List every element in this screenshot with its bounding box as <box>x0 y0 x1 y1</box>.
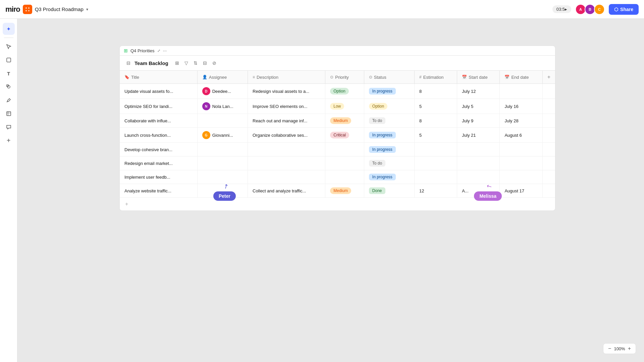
col-priority-label: Priority <box>335 75 348 80</box>
cell-estimation: 8 <box>415 84 457 99</box>
sidebar-item-chat[interactable] <box>3 121 15 133</box>
zoom-in-button[interactable]: + <box>627 346 632 352</box>
sidebar-item-sticky[interactable] <box>3 54 15 66</box>
add-row-icon: + <box>125 201 128 207</box>
cell-title: Develop cohesive bran... <box>120 143 197 157</box>
topbar-right: 03:5▸ A B C ⬡ Share <box>552 4 639 15</box>
cell-priority <box>325 157 364 170</box>
cell-end-date <box>500 84 542 99</box>
svg-point-5 <box>7 85 10 88</box>
col-description: ≡ Description <box>248 71 325 84</box>
zoom-out-button[interactable]: − <box>607 346 612 352</box>
cell-title: Optimize SEO for landi... <box>120 99 197 114</box>
add-row-button[interactable]: + <box>120 197 555 210</box>
grid-view-icon[interactable]: ⊞ <box>174 59 180 67</box>
topbar: miro Q3 Product Roadmap ▾ 03:5▸ A B C ⬡ … <box>0 0 644 19</box>
cell-priority: Medium <box>325 114 364 128</box>
cell-add <box>542 114 555 128</box>
cell-title: Collaborate with influe... <box>120 114 197 128</box>
col-assignee-label: Assignee <box>209 75 227 80</box>
col-title-label: Title <box>131 75 139 80</box>
cell-start-date: July 5 <box>457 99 500 114</box>
table-row[interactable]: Launch cross-function...GGiovanni...Orga… <box>120 128 555 143</box>
board-title: Q3 Product Roadmap <box>35 6 84 12</box>
cell-priority: Low <box>325 99 364 114</box>
col-priority: ⊙ Priority <box>325 71 364 84</box>
cell-status: Option <box>364 99 414 114</box>
sidebar-item-shapes[interactable] <box>3 81 15 93</box>
cell-start-date <box>457 157 500 170</box>
cell-end-date <box>500 143 542 157</box>
share-label: Share <box>620 7 633 12</box>
zoom-level: 100% <box>614 346 625 351</box>
sidebar-item-frame[interactable] <box>3 108 15 120</box>
cell-description <box>248 170 325 184</box>
svg-rect-7 <box>7 112 11 116</box>
timer-badge: 03:5▸ <box>552 5 571 13</box>
svg-point-3 <box>28 10 30 11</box>
cell-start-date: July 12 <box>457 84 500 99</box>
group-icon[interactable]: ⊟ <box>202 59 208 67</box>
board-wrapper: ⊞ Q4 Priorities ⤢ ··· ⊟ Team Backlog ⊞ ▽… <box>119 46 555 211</box>
board-icon <box>23 5 32 14</box>
main-table: 🔖 Title 👤 Assignee ≡ <box>120 71 555 197</box>
sidebar-item-magic[interactable]: ✦ <box>3 23 15 35</box>
cell-title: Implement user feedb... <box>120 170 197 184</box>
cell-start-date <box>457 170 500 184</box>
sort-icon[interactable]: ⇅ <box>192 59 199 67</box>
frame-title: Q4 Priorities <box>130 48 155 53</box>
sidebar-item-text[interactable]: T <box>3 67 15 79</box>
cell-estimation <box>415 157 457 170</box>
share-button[interactable]: ⬡ Share <box>609 4 639 15</box>
table-row[interactable]: Update visual assets fo...DDeedee...Rede… <box>120 84 555 99</box>
col-title: 🔖 Title <box>120 71 197 84</box>
more-icon[interactable]: ⊘ <box>211 59 218 67</box>
cell-status: Done <box>364 184 414 198</box>
chevron-down-icon[interactable]: ▾ <box>86 7 88 12</box>
sidebar-item-select[interactable] <box>3 41 15 53</box>
col-enddate: 📅 End date <box>500 71 542 84</box>
cell-status: In progress <box>364 170 414 184</box>
cell-estimation: 5 <box>415 99 457 114</box>
table-row[interactable]: Develop cohesive bran...In progress <box>120 143 555 157</box>
topbar-left: miro Q3 Product Roadmap ▾ <box>5 5 88 14</box>
cell-assignee <box>197 114 248 128</box>
cell-description: Improve SEO elements on... <box>248 99 325 114</box>
cell-estimation: 5 <box>415 128 457 143</box>
assignee-col-icon: 👤 <box>202 75 207 79</box>
cell-status: In progress <box>364 84 414 99</box>
main-canvas: ⊞ Q4 Priorities ⤢ ··· ⊟ Team Backlog ⊞ ▽… <box>17 19 644 362</box>
frame-grid-icon: ⊞ <box>124 48 128 53</box>
table-row[interactable]: Redesign email market...To do <box>120 157 555 170</box>
table-row[interactable]: Collaborate with influe...Reach out and … <box>120 114 555 128</box>
cell-start-date: A... <box>457 184 500 198</box>
sidebar-item-add[interactable]: + <box>3 134 15 146</box>
cell-title: Analyze website traffic... <box>120 184 197 198</box>
cell-status: In progress <box>364 143 414 157</box>
cell-start-date <box>457 143 500 157</box>
col-desc-label: Description <box>257 75 278 80</box>
filter-icon[interactable]: ▽ <box>183 59 190 67</box>
cell-description: Collect and analyze traffic... <box>248 184 325 198</box>
frame-expand-icon[interactable]: ⤢ <box>157 49 160 53</box>
cell-estimation: 12 <box>415 184 457 198</box>
cell-end-date: July 16 <box>500 99 542 114</box>
col-assignee: 👤 Assignee <box>197 71 248 84</box>
col-add[interactable]: + <box>542 71 555 84</box>
sidebar-item-draw[interactable] <box>3 94 15 106</box>
cell-assignee: DDeedee... <box>197 84 248 99</box>
table-row[interactable]: Implement user feedb...In progress <box>120 170 555 184</box>
cell-end-date <box>500 170 542 184</box>
enddate-col-icon: 📅 <box>504 75 509 79</box>
cell-assignee <box>197 170 248 184</box>
priority-col-icon: ⊙ <box>330 75 333 79</box>
cell-priority: Option <box>325 84 364 99</box>
cell-add <box>542 84 555 99</box>
cell-assignee: GGiovanni... <box>197 128 248 143</box>
table-row[interactable]: Optimize SEO for landi...NNola Lan...Imp… <box>120 99 555 114</box>
cell-estimation <box>415 170 457 184</box>
svg-point-0 <box>25 7 27 9</box>
cell-add <box>542 184 555 198</box>
frame-menu-icon[interactable]: ··· <box>163 48 167 53</box>
avatar-3: C <box>594 4 605 15</box>
